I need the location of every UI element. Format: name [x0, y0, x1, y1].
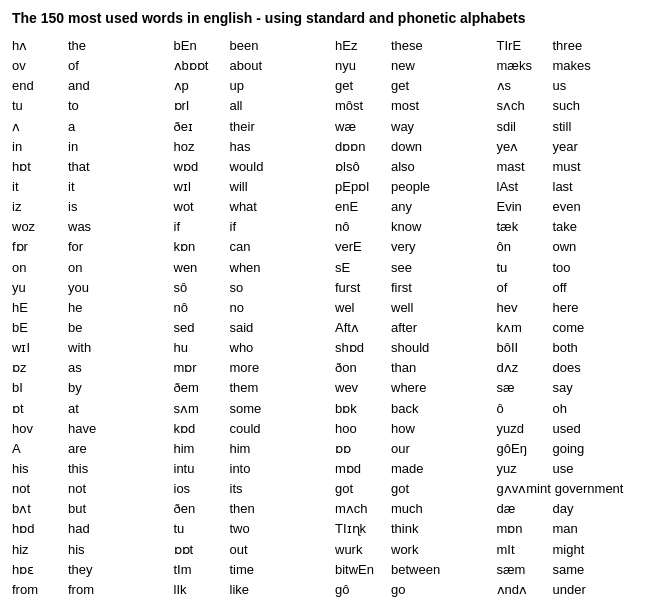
english-text: new	[391, 56, 415, 76]
english-text: most	[391, 96, 419, 116]
word-pair: ʌa	[12, 117, 174, 137]
word-pair: gʌvʌmintgovernment	[497, 479, 659, 499]
phonetic-text: mæks	[497, 56, 549, 76]
word-pair: hevhere	[497, 298, 659, 318]
english-text: could	[230, 419, 261, 439]
phonetic-text: wev	[335, 378, 387, 398]
english-text: even	[553, 197, 581, 217]
phonetic-text: ʌ	[12, 117, 64, 137]
english-text: must	[553, 157, 581, 177]
word-pair: hozhas	[174, 137, 336, 157]
english-text: who	[230, 338, 254, 358]
word-pair: iosits	[174, 479, 336, 499]
english-text: was	[68, 217, 91, 237]
phonetic-text: yuzd	[497, 419, 549, 439]
word-pair: verEvery	[335, 237, 497, 257]
word-pair: nôknow	[335, 217, 497, 237]
phonetic-text: tu	[12, 96, 64, 116]
phonetic-text: verE	[335, 237, 387, 257]
word-pair: hʌthe	[12, 36, 174, 56]
phonetic-text: furst	[335, 278, 387, 298]
english-text: take	[553, 217, 578, 237]
word-pair: ônown	[497, 237, 659, 257]
english-text: see	[391, 258, 412, 278]
english-text: too	[553, 258, 571, 278]
phonetic-text: mɒr	[174, 358, 226, 378]
phonetic-text: dæ	[497, 499, 549, 519]
english-text: in	[68, 137, 78, 157]
word-pair: wotwhat	[174, 197, 336, 217]
english-text: be	[68, 318, 82, 338]
word-pair: sôso	[174, 278, 336, 298]
phonetic-text: hɒɛ	[12, 560, 64, 580]
english-text: about	[230, 56, 263, 76]
phonetic-text: woz	[12, 217, 64, 237]
phonetic-text: him	[174, 439, 226, 459]
word-pair: ΤΙɪɳkthink	[335, 519, 497, 539]
word-pair: wɪlwill	[174, 177, 336, 197]
phonetic-text: his	[12, 459, 64, 479]
english-text: man	[553, 519, 578, 539]
word-pair: fɒrfor	[12, 237, 174, 257]
phonetic-text: nô	[335, 217, 387, 237]
word-pair: wenwhen	[174, 258, 336, 278]
phonetic-text: kʌm	[497, 318, 549, 338]
phonetic-text: A	[12, 439, 64, 459]
phonetic-text: yu	[12, 278, 64, 298]
phonetic-text: hoz	[174, 137, 226, 157]
phonetic-text: ðon	[335, 358, 387, 378]
english-text: are	[68, 439, 87, 459]
word-pair: sʌmsome	[174, 399, 336, 419]
english-text: than	[391, 358, 416, 378]
word-pair: ΤΙrEthree	[497, 36, 659, 56]
english-text: much	[391, 499, 423, 519]
english-text: both	[553, 338, 578, 358]
word-pair: sEsee	[335, 258, 497, 278]
word-pair: ʌpup	[174, 76, 336, 96]
word-pair: hɒdhad	[12, 519, 174, 539]
english-text: back	[391, 399, 418, 419]
phonetic-text: bitwEn	[335, 560, 387, 580]
english-text: use	[553, 459, 574, 479]
word-pair: mʌchmuch	[335, 499, 497, 519]
english-text: work	[391, 540, 418, 560]
word-pair: ʌndʌunder	[497, 580, 659, 600]
phonetic-text: from	[12, 580, 64, 600]
phonetic-text: kɒd	[174, 419, 226, 439]
phonetic-text: sdil	[497, 117, 549, 137]
word-pair: tæktake	[497, 217, 659, 237]
english-text: but	[68, 499, 86, 519]
english-text: here	[553, 298, 579, 318]
word-pair: pEpɒlpeople	[335, 177, 497, 197]
word-pair: bʌtbut	[12, 499, 174, 519]
english-text: he	[68, 298, 82, 318]
word-pair: gôEŋgoing	[497, 439, 659, 459]
english-text: that	[68, 157, 90, 177]
phonetic-text: bɒk	[335, 399, 387, 419]
english-text: oh	[553, 399, 567, 419]
english-text: no	[230, 298, 244, 318]
phonetic-text: wel	[335, 298, 387, 318]
english-text: and	[68, 76, 90, 96]
page-title: The 150 most used words in english - usi…	[12, 10, 658, 26]
phonetic-text: sæ	[497, 378, 549, 398]
phonetic-text: mɒd	[335, 459, 387, 479]
english-text: when	[230, 258, 261, 278]
phonetic-text: wæ	[335, 117, 387, 137]
word-pair: wɒdwould	[174, 157, 336, 177]
english-text: of	[68, 56, 79, 76]
phonetic-text: Aftʌ	[335, 318, 387, 338]
phonetic-text: ô	[497, 399, 549, 419]
english-text: own	[553, 237, 577, 257]
word-pair: nyunew	[335, 56, 497, 76]
phonetic-text: mɒn	[497, 519, 549, 539]
phonetic-text: if	[174, 217, 226, 237]
word-pair: ʌbɒɒtabout	[174, 56, 336, 76]
phonetic-text: hov	[12, 419, 64, 439]
phonetic-text: sʌch	[497, 96, 549, 116]
english-text: his	[68, 540, 85, 560]
phonetic-text: ʌbɒɒt	[174, 56, 226, 76]
english-text: should	[391, 338, 429, 358]
english-text: three	[553, 36, 583, 56]
word-pair: hɒɛthey	[12, 560, 174, 580]
